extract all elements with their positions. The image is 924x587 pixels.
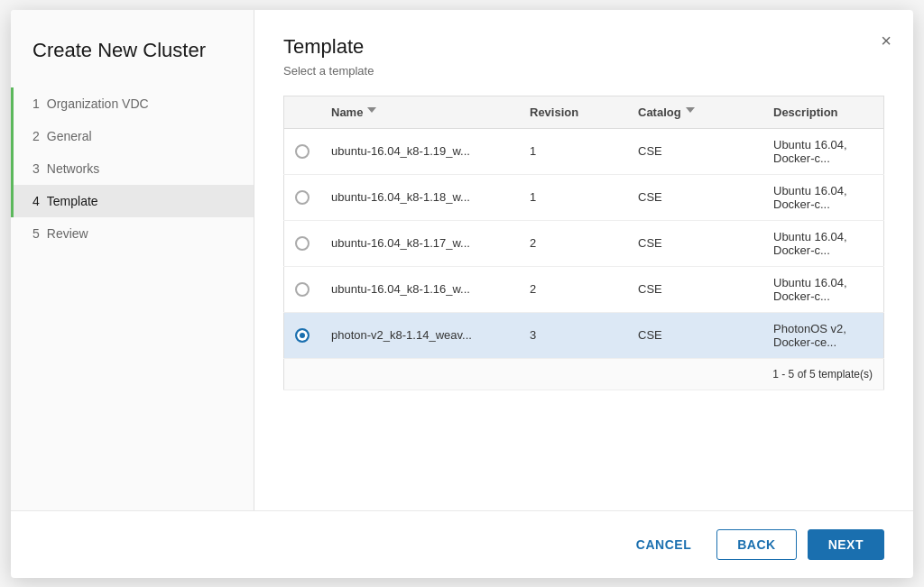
step-5-number: 5 (32, 226, 40, 241)
table-row[interactable]: ubuntu-16.04_k8-1.16_w...2CSEUbuntu 16.0… (284, 266, 884, 312)
next-button[interactable]: NEXT (808, 529, 884, 560)
step-4-number: 4 (32, 194, 40, 208)
cell-description: Ubuntu 16.04, Docker-c... (762, 266, 884, 312)
section-subtitle: Select a template (283, 64, 884, 78)
cell-description: Ubuntu 16.04, Docker-c... (762, 128, 884, 174)
cell-catalog: CSE (627, 174, 762, 220)
table-row[interactable]: ubuntu-16.04_k8-1.17_w...2CSEUbuntu 16.0… (284, 220, 884, 266)
table-row[interactable]: photon-v2_k8-1.14_weav...3CSEPhotonOS v2… (284, 312, 884, 358)
table-row[interactable]: ubuntu-16.04_k8-1.18_w...1CSEUbuntu 16.0… (284, 174, 884, 220)
cell-catalog: CSE (627, 128, 762, 174)
cell-name: photon-v2_k8-1.14_weav... (320, 312, 519, 358)
name-filter-icon[interactable] (367, 107, 376, 116)
radio-cell (284, 128, 321, 174)
section-title: Template (283, 35, 884, 59)
template-table: Name Revision Catalog (283, 96, 884, 390)
col-header-name: Name (320, 96, 519, 128)
cell-revision: 1 (519, 174, 627, 220)
cancel-button[interactable]: CANCEL (622, 530, 706, 559)
dialog-footer: CANCEL BACK NEXT (11, 510, 913, 578)
radio-cell (284, 220, 321, 266)
close-button[interactable]: × (877, 28, 895, 53)
cell-catalog: CSE (627, 220, 762, 266)
cell-description: Ubuntu 16.04, Docker-c... (762, 220, 884, 266)
cell-revision: 1 (519, 128, 627, 174)
dialog-body: Create New Cluster 1 Organization VDC 2 … (11, 10, 913, 510)
sidebar-item-review[interactable]: 5 Review (11, 217, 254, 250)
radio-cell (284, 174, 321, 220)
cell-catalog: CSE (627, 266, 762, 312)
sidebar: Create New Cluster 1 Organization VDC 2 … (11, 10, 254, 510)
cell-name: ubuntu-16.04_k8-1.16_w... (320, 266, 519, 312)
step-3-number: 3 (32, 161, 40, 176)
sidebar-item-networks[interactable]: 3 Networks (11, 152, 254, 185)
col-header-catalog: Catalog (627, 96, 762, 128)
sidebar-item-org-vdc[interactable]: 1 Organization VDC (11, 87, 254, 120)
row-radio[interactable] (295, 190, 310, 205)
step-1-label: Organization VDC (47, 96, 149, 111)
main-content: × Template Select a template Name (254, 10, 913, 510)
sidebar-item-template[interactable]: 4 Template (11, 185, 254, 217)
cell-description: Ubuntu 16.04, Docker-c... (762, 174, 884, 220)
col-header-revision: Revision (519, 96, 627, 128)
row-radio[interactable] (295, 236, 310, 251)
catalog-filter-icon[interactable] (686, 107, 695, 116)
col-header-check (284, 96, 321, 128)
steps-list: 1 Organization VDC 2 General 3 Networks … (11, 87, 254, 250)
step-5-label: Review (47, 226, 88, 241)
cell-name: ubuntu-16.04_k8-1.18_w... (320, 174, 519, 220)
table-footer-row: 1 - 5 of 5 template(s) (284, 358, 884, 390)
dialog-title: Create New Cluster (11, 39, 254, 87)
cell-catalog: CSE (627, 312, 762, 358)
back-button[interactable]: BACK (716, 529, 796, 560)
cell-revision: 2 (519, 266, 627, 312)
sidebar-item-general[interactable]: 2 General (11, 120, 254, 152)
table-header-row: Name Revision Catalog (284, 96, 884, 128)
step-3-label: Networks (47, 161, 99, 176)
cell-description: PhotonOS v2, Docker-ce... (762, 312, 884, 358)
step-2-label: General (47, 129, 92, 143)
step-2-number: 2 (32, 129, 40, 143)
row-radio[interactable] (295, 282, 310, 297)
col-header-description: Description (762, 96, 884, 128)
step-4-label: Template (47, 194, 98, 208)
table-footer: 1 - 5 of 5 template(s) (284, 358, 884, 390)
row-radio[interactable] (295, 328, 310, 343)
step-1-number: 1 (32, 96, 40, 111)
radio-cell (284, 266, 321, 312)
radio-cell (284, 312, 321, 358)
cell-revision: 3 (519, 312, 627, 358)
create-cluster-dialog: Create New Cluster 1 Organization VDC 2 … (11, 10, 913, 578)
cell-revision: 2 (519, 220, 627, 266)
table-row[interactable]: ubuntu-16.04_k8-1.19_w...1CSEUbuntu 16.0… (284, 128, 884, 174)
row-radio[interactable] (295, 144, 310, 159)
cell-name: ubuntu-16.04_k8-1.17_w... (320, 220, 519, 266)
cell-name: ubuntu-16.04_k8-1.19_w... (320, 128, 519, 174)
